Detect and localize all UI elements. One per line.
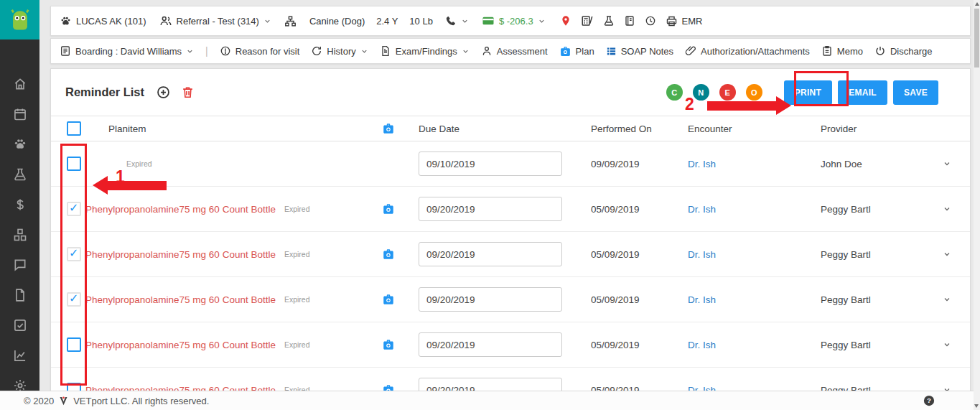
status-circle-o[interactable]: O xyxy=(746,84,762,101)
provider-select[interactable]: Peggy Bartl xyxy=(812,249,970,260)
vetport-app-screen: LUCAS AK (101) Referral - Test (314) Can… xyxy=(0,0,980,410)
emr-button[interactable]: EMR xyxy=(666,15,703,27)
table-row: Phenylpropanolamine75 mg 60 Count Bottle… xyxy=(51,368,970,391)
sitemap-icon xyxy=(284,15,297,27)
encounter-link[interactable]: Dr. Ish xyxy=(688,159,716,169)
vetport-footer-logo-icon xyxy=(58,396,69,406)
row-checkbox[interactable] xyxy=(67,247,81,261)
planitem-name: Phenylpropanolamine75 mg 60 Count Bottle xyxy=(85,204,276,215)
records-document-icon[interactable] xyxy=(13,288,27,302)
balance-dropdown[interactable]: $ -206.3 xyxy=(482,14,546,27)
ledger-button[interactable] xyxy=(624,15,635,27)
schedule-icon[interactable] xyxy=(13,107,27,121)
exam-findings-dropdown[interactable]: Exam/Findings xyxy=(380,45,470,57)
status-circle-c[interactable]: C xyxy=(666,84,683,101)
timeline-button[interactable] xyxy=(645,15,656,27)
col-due-date: Due Date xyxy=(419,124,459,134)
memo-button[interactable]: Memo xyxy=(821,45,863,57)
due-date-input[interactable] xyxy=(419,332,562,357)
due-date-input[interactable] xyxy=(419,152,562,176)
home-icon[interactable] xyxy=(13,77,27,91)
lab-flask-icon[interactable] xyxy=(13,167,27,182)
phone-dropdown[interactable] xyxy=(444,15,469,27)
plan-button[interactable]: Plan xyxy=(559,45,594,57)
encounter-link[interactable]: Dr. Ish xyxy=(688,340,716,350)
discharge-button[interactable]: Discharge xyxy=(874,45,933,57)
soap-notes-button[interactable]: SOAP Notes xyxy=(606,46,673,57)
relations-button[interactable] xyxy=(284,15,297,27)
vertical-scrollbar[interactable] xyxy=(974,0,980,410)
reason-for-visit-button[interactable]: Reason for visit xyxy=(220,45,300,57)
status-circle-e[interactable]: E xyxy=(719,84,736,101)
scroll-up-arrow[interactable] xyxy=(975,2,979,6)
exam-document-icon xyxy=(380,45,391,57)
age-label: 2.4 Y xyxy=(376,16,398,27)
planitem-name: Phenylpropanolamine75 mg 60 Count Bottle xyxy=(85,249,276,260)
row-checkbox[interactable] xyxy=(67,202,81,216)
reminder-list-header: Reminder List C N E O PRINT EMAIL SAVE xyxy=(51,69,970,116)
select-all-checkbox[interactable] xyxy=(67,121,81,136)
history-dropdown[interactable]: History xyxy=(311,45,368,57)
provider-select[interactable]: Peggy Bartl xyxy=(812,294,970,305)
chevron-down-icon xyxy=(263,17,271,25)
provider-value: John Doe xyxy=(821,159,862,169)
location-pin-icon xyxy=(560,15,571,27)
patient-name-dropdown[interactable]: Referral - Test (314) xyxy=(159,14,271,27)
case-icon[interactable] xyxy=(382,248,395,261)
email-button[interactable]: EMAIL xyxy=(838,80,887,105)
memo-label: Memo xyxy=(837,46,863,57)
authorization-label: Authorization/Attachments xyxy=(701,46,810,57)
due-date-input[interactable] xyxy=(419,242,562,266)
authorization-attachments-button[interactable]: Authorization/Attachments xyxy=(685,45,810,57)
col-provider: Provider xyxy=(821,124,857,134)
expired-badge: Expired xyxy=(126,159,152,168)
delete-trash-icon[interactable] xyxy=(181,85,195,99)
weight-label: 10 Lb xyxy=(409,16,433,27)
provider-value: Peggy Bartl xyxy=(821,294,871,305)
encounter-link[interactable]: Dr. Ish xyxy=(688,249,716,260)
case-icon[interactable] xyxy=(382,202,395,215)
scroll-down-arrow[interactable] xyxy=(974,404,979,408)
status-circle-n[interactable]: N xyxy=(693,84,709,101)
boarding-dropdown[interactable]: Boarding : David Williams xyxy=(60,45,194,57)
col-performed-on: Performed On xyxy=(591,124,652,134)
lab-button[interactable] xyxy=(603,15,615,27)
location-button[interactable] xyxy=(560,15,571,27)
case-icon[interactable] xyxy=(382,293,395,306)
emr-label: EMR xyxy=(682,16,703,27)
encounter-link[interactable]: Dr. Ish xyxy=(688,294,716,305)
encounter-link[interactable]: Dr. Ish xyxy=(688,204,716,215)
printer-icon xyxy=(666,15,678,27)
reports-chart-icon[interactable] xyxy=(13,348,27,363)
scrollbar-thumb[interactable] xyxy=(974,9,979,67)
help-question-icon[interactable] xyxy=(923,394,935,407)
row-checkbox[interactable] xyxy=(67,337,81,352)
assessment-button[interactable]: Assessment xyxy=(481,45,548,57)
tasks-checkbox-icon[interactable] xyxy=(13,318,27,332)
provider-select[interactable]: Peggy Bartl xyxy=(812,340,970,350)
client-name[interactable]: LUCAS AK (101) xyxy=(60,15,146,27)
inventory-icon[interactable] xyxy=(13,228,27,242)
estimate-button[interactable] xyxy=(581,14,594,27)
messages-chat-icon[interactable] xyxy=(13,258,27,272)
chevron-down-icon xyxy=(943,205,951,213)
billing-dollar-icon[interactable] xyxy=(13,197,27,212)
provider-select[interactable]: Peggy Bartl xyxy=(812,204,970,215)
provider-select[interactable]: John Doe xyxy=(812,159,970,169)
due-date-input[interactable] xyxy=(419,378,562,391)
patients-paw-icon[interactable] xyxy=(13,137,27,152)
row-checkbox[interactable] xyxy=(67,157,81,171)
print-button[interactable]: PRINT xyxy=(784,80,833,105)
row-checkbox[interactable] xyxy=(67,292,81,307)
chevron-down-icon xyxy=(943,159,951,168)
reason-label: Reason for visit xyxy=(235,46,300,57)
vetport-logo[interactable] xyxy=(0,0,39,39)
case-icon[interactable] xyxy=(382,338,395,351)
save-button[interactable]: SAVE xyxy=(893,80,938,105)
due-date-input[interactable] xyxy=(419,287,562,312)
chevron-down-icon xyxy=(538,17,546,25)
performed-on-value: 05/09/2019 xyxy=(591,204,640,215)
due-date-input[interactable] xyxy=(419,197,562,221)
add-reminder-icon[interactable] xyxy=(156,85,171,100)
expired-badge: Expired xyxy=(284,250,310,258)
